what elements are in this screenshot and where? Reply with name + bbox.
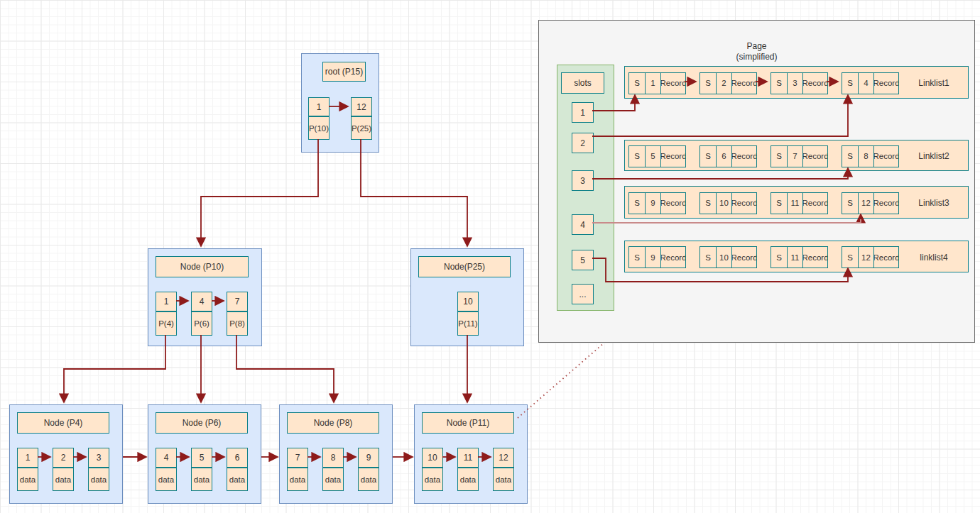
record-num-cell: 5 [646,146,661,167]
node-p25-cell-0-key[interactable]: 10 [457,292,479,311]
record-num-cell: 11 [788,247,803,267]
linklist-row-4[interactable]: S9RecordS10RecordS11RecordS12Recordlinkl… [624,241,969,272]
node-p6-cell-2-key[interactable]: 6 [227,448,248,468]
node-p10-cell-0-key[interactable]: 1 [156,292,177,311]
node-p25-title: Node(P25) [418,256,511,277]
record-3[interactable]: S3Record [771,72,828,94]
node-p25-cell-0-sub[interactable]: P(11) [457,311,479,336]
record-9[interactable]: S9Record [628,246,686,268]
node-p10-cell-2-sub[interactable]: P(8) [227,311,248,336]
record-12[interactable]: S12Record [842,246,899,268]
record-1[interactable]: S1Record [628,72,686,94]
record-num-cell: 11 [788,193,803,214]
record-4[interactable]: S4Record [842,72,899,94]
record-s-cell: S [700,193,717,214]
node-p10-cell-1-sub[interactable]: P(6) [191,311,212,336]
diagram-canvas: root (P15)1P(10)12P(25)Node (P10)1P(4)4P… [0,0,980,513]
slot-[interactable]: ... [572,284,594,304]
node-p6-cell-0-sub[interactable]: data [156,468,177,491]
record-11[interactable]: S11Record [771,246,828,268]
node-p10-cell-0-sub[interactable]: P(4) [156,311,177,336]
page-panel[interactable]: Page (simplified) slots 12345... S1Recor… [538,20,975,343]
record-label-cell: Record [732,73,756,94]
node-p11-cell-0-sub[interactable]: data [422,468,443,491]
record-6[interactable]: S6Record [699,145,757,167]
node-p10-cell-1-key[interactable]: 4 [191,292,212,311]
linklist-row-label: linklist4 [902,241,966,273]
node-p11[interactable]: Node (P11)10data11data12data [414,404,528,504]
record-11[interactable]: S11Record [771,192,828,214]
node-p8[interactable]: Node (P8)7data8data9data [279,404,393,504]
slot-5[interactable]: 5 [572,250,594,270]
record-num-cell: 7 [788,146,803,167]
record-s-cell: S [629,73,646,94]
node-p8-cell-1-key[interactable]: 8 [322,448,344,468]
record-2[interactable]: S2Record [699,72,757,94]
slot-1[interactable]: 1 [572,102,594,123]
node-p6-cell-1-sub[interactable]: data [191,468,212,491]
node-p11-cell-0-key[interactable]: 10 [422,448,443,468]
node-p10-cell-2-key[interactable]: 7 [227,292,248,311]
record-7[interactable]: S7Record [771,145,828,167]
record-10[interactable]: S10Record [699,246,757,268]
record-12[interactable]: S12Record [842,192,899,214]
record-label-cell: Record [874,146,898,167]
record-label-cell: Record [803,146,827,167]
node-p4-cell-1-key[interactable]: 2 [53,448,74,468]
node-p8-cell-2-key[interactable]: 9 [358,448,379,468]
node-p6-title: Node (P6) [156,412,248,434]
linklist-row-label: Linklist3 [902,187,966,219]
node-p25[interactable]: Node(P25)10P(11) [410,248,524,346]
linklist-row-2[interactable]: S5RecordS6RecordS7RecordS8RecordLinklist… [624,140,969,171]
record-label-cell: Record [874,193,898,214]
record-8[interactable]: S8Record [842,145,899,167]
node-p10[interactable]: Node (P10)1P(4)4P(6)7P(8) [148,248,262,346]
record-label-cell: Record [803,73,827,94]
node-root[interactable]: root (P15)1P(10)12P(25) [301,53,379,153]
node-p6[interactable]: Node (P6)4data5data6data [148,404,261,504]
node-p8-cell-1-sub[interactable]: data [322,468,344,491]
record-num-cell: 9 [646,193,661,214]
node-p11-cell-1-sub[interactable]: data [457,468,479,491]
node-p11-cell-1-key[interactable]: 11 [457,448,479,468]
node-p4-cell-2-key[interactable]: 3 [88,448,109,468]
node-p6-cell-2-sub[interactable]: data [227,468,248,491]
node-root-cell-0-key[interactable]: 1 [308,97,330,116]
node-p11-cell-2-key[interactable]: 12 [493,448,514,468]
slot-2[interactable]: 2 [572,133,594,153]
node-p4-cell-0-key[interactable]: 1 [17,448,38,468]
slots-container[interactable]: slots 12345... [557,65,614,311]
node-p6-cell-0-key[interactable]: 4 [156,448,177,468]
record-num-cell: 10 [717,193,732,214]
record-s-cell: S [771,146,788,167]
record-5[interactable]: S5Record [628,145,686,167]
node-root-cell-0-sub[interactable]: P(10) [308,116,330,140]
node-p8-cell-0-key[interactable]: 7 [287,448,308,468]
slot-4[interactable]: 4 [572,214,594,235]
node-p4-cell-2-sub[interactable]: data [88,468,109,491]
node-p11-cell-2-sub[interactable]: data [493,468,514,491]
record-s-cell: S [771,73,788,94]
page-panel-title-line1: Page [539,41,974,52]
linklist-row-1[interactable]: S1RecordS2RecordS3RecordS4RecordLinklist… [624,66,969,99]
record-s-cell: S [700,73,717,94]
slot-3[interactable]: 3 [572,170,594,191]
node-p8-cell-0-sub[interactable]: data [287,468,308,491]
record-label-cell: Record [732,193,756,214]
node-root-cell-1-sub[interactable]: P(25) [351,116,372,140]
node-p4-cell-0-sub[interactable]: data [17,468,38,491]
node-root-title: root (P15) [322,62,366,82]
node-p4[interactable]: Node (P4)1data2data3data [9,404,123,504]
node-p6-cell-1-key[interactable]: 5 [191,448,212,468]
node-root-cell-1-key[interactable]: 12 [351,97,372,116]
dotted-link [518,343,604,418]
node-p4-cell-1-sub[interactable]: data [53,468,74,491]
record-9[interactable]: S9Record [628,192,686,214]
node-p8-cell-2-sub[interactable]: data [358,468,379,491]
record-label-cell: Record [874,73,898,94]
page-panel-title: Page (simplified) [539,41,974,62]
record-10[interactable]: S10Record [699,192,757,214]
linklist-row-3[interactable]: S9RecordS10RecordS11RecordS12RecordLinkl… [624,186,969,219]
record-label-cell: Record [803,193,827,214]
slots-header[interactable]: slots [561,72,604,94]
